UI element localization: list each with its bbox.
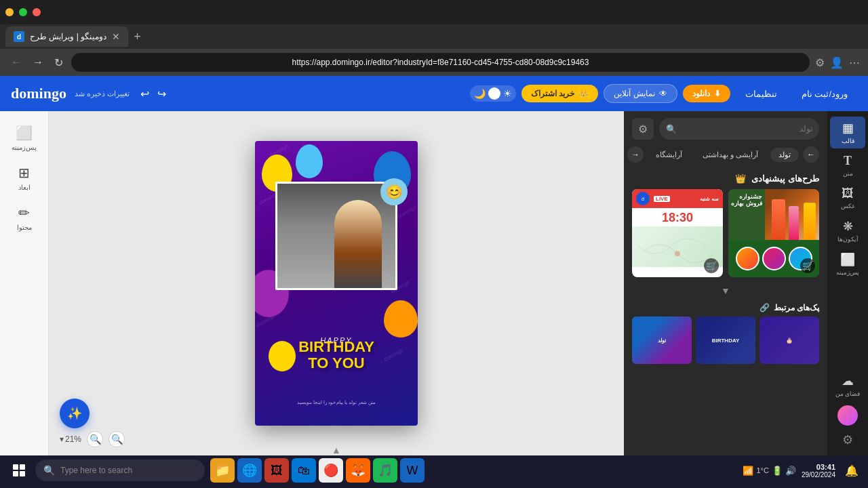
ris-item-text[interactable]: T متن: [830, 150, 865, 181]
download-icon: ⬇: [714, 89, 721, 98]
photo-icon: 🖼: [842, 186, 854, 201]
settings-button[interactable]: تنظیمات: [736, 85, 787, 103]
notification-button[interactable]: 🔔: [841, 460, 863, 481]
taskbar-app-photos[interactable]: 🖼: [264, 458, 289, 483]
new-tab-button[interactable]: +: [134, 30, 141, 44]
ris-item-templates[interactable]: ▦ قالب: [830, 117, 865, 148]
clock-time: 03:41: [802, 463, 835, 471]
refresh-button[interactable]: ↻: [52, 56, 66, 69]
taskbar-app-store[interactable]: 🛍: [292, 458, 316, 483]
background-icon: ⬜: [16, 125, 33, 141]
active-tab[interactable]: d دومینگو | ویرایش طرح ✕: [5, 26, 128, 47]
canvas-area[interactable]: domingo domingo domingo domingo domingo …: [49, 111, 624, 455]
taskbar-app-word[interactable]: W: [400, 458, 425, 483]
dimensions-icon: ⊞: [18, 165, 30, 181]
category-prev-button[interactable]: ←: [803, 146, 819, 163]
undo-button[interactable]: ↩: [138, 86, 152, 102]
ris-item-icons[interactable]: ❋ آیکون‌ها: [830, 215, 865, 247]
category-tab-cosmetics[interactable]: آرایشی و بهداشتی: [694, 148, 766, 162]
login-button[interactable]: ورود/ثبت نام: [792, 85, 857, 103]
search-box[interactable]: 🔍: [659, 118, 819, 140]
tc2-product-1: [736, 247, 760, 270]
category-tab-salon[interactable]: آرایشگاه: [648, 148, 690, 162]
filter-icon: ⚙: [638, 123, 648, 136]
clock-date: 29/02/2024: [802, 471, 835, 479]
profile-icon[interactable]: 👤: [830, 56, 844, 69]
sidebar-item-dimensions[interactable]: ⊞ ابعاد: [4, 159, 45, 197]
sidebar-item-background[interactable]: ⬜ پس‌زمینه: [4, 119, 45, 157]
ris-item-background[interactable]: ⬜ پس‌زمینه: [830, 248, 865, 280]
more-arrow-icon[interactable]: ▼: [721, 285, 730, 296]
tc2-title: جشنواره فروش بهاره: [731, 193, 762, 207]
ris-item-photo[interactable]: 🖼 عکس: [830, 182, 865, 214]
taskbar-app-firefox[interactable]: 🦊: [346, 458, 370, 483]
redo-button[interactable]: ↪: [155, 86, 169, 102]
ris-item-myspace[interactable]: ☁ فضای من: [830, 369, 865, 401]
user-avatar[interactable]: [837, 405, 858, 426]
theme-toggle[interactable]: 🌙 ☀: [470, 85, 516, 102]
category-tab-birthday[interactable]: تولد: [770, 148, 799, 162]
more-options-icon[interactable]: ⋯: [849, 56, 860, 69]
template-card-2[interactable]: جشنواره فروش بهاره: [728, 189, 819, 277]
related-card-3[interactable]: 🎂: [760, 317, 819, 364]
taskbar-app-chrome[interactable]: 🔴: [319, 458, 343, 483]
category-next-button[interactable]: →: [627, 146, 644, 163]
filter-button[interactable]: ⚙: [632, 118, 654, 140]
zoom-in-button[interactable]: 🔍: [108, 431, 125, 447]
forward-button[interactable]: →: [30, 56, 46, 68]
design-canvas[interactable]: domingo domingo domingo domingo domingo …: [255, 141, 418, 426]
subscribe-button[interactable]: 👑 خرید اشتراک: [521, 85, 598, 102]
related-section: 🔗 پک‌های مرتبط تولد BIRTHDAY 🎂: [624, 299, 827, 364]
related-card-1[interactable]: تولد: [632, 317, 692, 364]
tab-bar: d دومینگو | ویرایش طرح ✕ +: [0, 24, 868, 49]
sidebar-item-content[interactable]: ✏ محتوا: [4, 199, 45, 237]
taskbar-app-files[interactable]: 📁: [210, 458, 235, 483]
birthday-main-text[interactable]: BIRTHDAY TO YOU: [255, 339, 418, 371]
close-button[interactable]: [33, 8, 41, 16]
crown-icon: 👑: [578, 89, 589, 98]
canvas-expand-arrow[interactable]: ▲: [332, 445, 341, 455]
taskbar-search[interactable]: 🔍 Type here to search: [35, 460, 205, 481]
battery-icon[interactable]: 🔋: [772, 466, 783, 476]
zoom-value: 21%: [65, 434, 81, 444]
back-button[interactable]: ←: [8, 56, 24, 68]
taskbar-start: 🔍 Type here to search: [5, 457, 205, 484]
template-preview-1: d LIVE سه شنبه 18:30: [632, 189, 723, 277]
content-icon: ✏: [18, 205, 30, 221]
settings-gear-icon[interactable]: ⚙: [842, 432, 853, 447]
zoom-out-button[interactable]: 🔍: [87, 431, 103, 447]
app-header: domingo تغییرات ذخیره شد ↩ ↪ 🌙 ☀ 👑 خرید …: [0, 76, 868, 111]
taskbar-app-edge[interactable]: 🌐: [237, 458, 262, 483]
search-input[interactable]: [681, 124, 812, 134]
volume-icon[interactable]: 🔊: [785, 466, 796, 476]
related-title: پک‌های مرتبط: [774, 303, 819, 312]
address-input[interactable]: [71, 53, 810, 72]
ai-button[interactable]: ✨: [60, 399, 90, 428]
tc2-add-button[interactable]: 🛒: [800, 258, 815, 273]
text-icon: T: [844, 154, 852, 168]
icons-icon: ❋: [843, 219, 853, 234]
dimensions-label: ابعاد: [18, 184, 31, 191]
taskbar-search-placeholder: Type here to search: [60, 466, 132, 475]
related-card-2[interactable]: BIRTHDAY: [696, 317, 755, 364]
canvas-content: domingo domingo domingo domingo domingo …: [255, 141, 418, 426]
download-button[interactable]: ⬇ دانلود: [683, 85, 730, 102]
zoom-level[interactable]: ▾ 21%: [60, 434, 81, 444]
birthday-small-text[interactable]: متن شعر تولد یا پیام خود را اینجا بنویسی…: [255, 400, 418, 405]
template-card-1[interactable]: d LIVE سه شنبه 18:30: [632, 189, 723, 277]
start-button[interactable]: [5, 457, 33, 484]
balloon-blue1: [296, 144, 323, 178]
extensions-icon[interactable]: ⚙: [815, 56, 825, 69]
browser-window-controls: [5, 8, 41, 16]
maximize-button[interactable]: [19, 8, 27, 16]
taskbar-app-music[interactable]: 🎵: [373, 458, 397, 483]
wifi-icon[interactable]: 📶: [743, 466, 753, 476]
sun-icon: ☀: [503, 88, 512, 99]
tc1-header: d LIVE سه شنبه: [632, 189, 723, 208]
tab-close-button[interactable]: ✕: [112, 31, 120, 42]
minimize-button[interactable]: [5, 8, 14, 16]
right-icon-sidebar: ▦ قالب T متن 🖼 عکس ❋ آیکون‌ها ⬜ پس‌زمینه: [827, 111, 868, 455]
preview-button[interactable]: 👁 نمایش آنلاین: [604, 84, 677, 103]
right-panel: ⚙ 🔍 ← تولد آرایشی و بهداشتی آرایشگاه → 👑: [624, 111, 827, 455]
tc1-add-button[interactable]: 🛒: [704, 258, 719, 273]
